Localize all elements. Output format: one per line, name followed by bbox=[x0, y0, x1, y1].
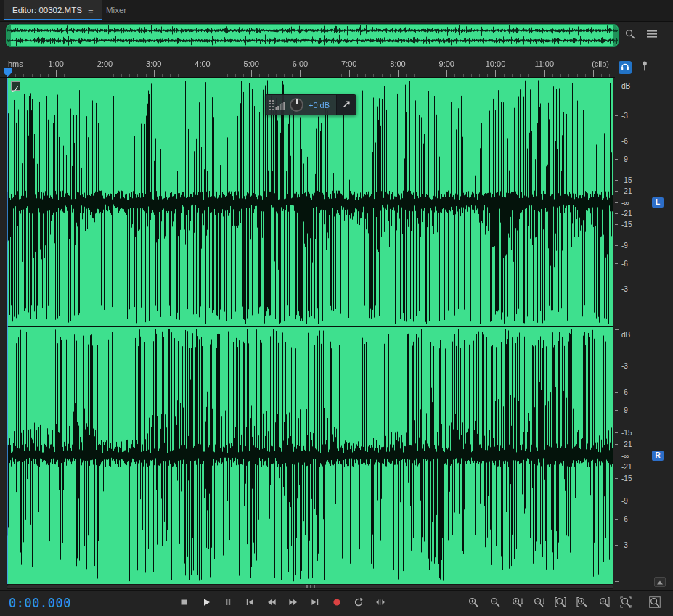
zoom-out-time-button[interactable] bbox=[485, 594, 505, 614]
timeline-ruler[interactable]: hms (clip) 1:002:003:004:005:006:007:008… bbox=[0, 57, 615, 78]
zoom-controls bbox=[463, 594, 665, 614]
db-tick-label: -3 bbox=[621, 285, 628, 293]
skip-selection-icon bbox=[375, 597, 386, 610]
ruler-time-label: 6:00 bbox=[293, 59, 308, 68]
zoom-panel-button[interactable] bbox=[645, 594, 665, 614]
zoom-out-time-icon bbox=[489, 596, 501, 611]
db-tick-label: -21 bbox=[621, 463, 632, 471]
tab-mixer-label: Mixer bbox=[106, 6, 126, 15]
loop-icon bbox=[354, 597, 364, 610]
ruler-unit-label: hms bbox=[8, 59, 23, 68]
db-tick-label: -9 bbox=[621, 242, 628, 250]
record-button[interactable] bbox=[327, 594, 347, 614]
db-tick-label: -6 bbox=[621, 515, 628, 523]
db-tick-label: -∞ bbox=[621, 451, 629, 459]
amplitude-ruler[interactable]: dB-3-3-6-6-9-9-15-15-21-21-∞LdB-3-3-6-6-… bbox=[615, 78, 673, 584]
go-to-start-button[interactable] bbox=[240, 594, 260, 614]
db-tick-label: -3 bbox=[621, 111, 628, 119]
stop-button[interactable] bbox=[174, 594, 195, 614]
fade-in-handle[interactable] bbox=[11, 81, 20, 91]
pin-button[interactable] bbox=[639, 62, 650, 74]
zoom-in-at-in-point-icon bbox=[576, 596, 588, 611]
zoom-panel-icon bbox=[649, 596, 661, 611]
ruler-time-label: 7:00 bbox=[341, 59, 356, 68]
overview-zoom-icon bbox=[624, 28, 636, 43]
zoom-out-full-icon bbox=[620, 596, 632, 611]
db-tick-label: -15 bbox=[621, 429, 632, 437]
headphone-icon bbox=[621, 61, 629, 74]
zoom-in-at-out-point-icon bbox=[598, 596, 610, 611]
ruler-time-label: 4:00 bbox=[195, 59, 210, 68]
arrow-up-icon bbox=[656, 575, 664, 588]
overview-range-handle-left[interactable] bbox=[7, 25, 11, 46]
overview-toolbar bbox=[623, 28, 659, 43]
overview-menu-button[interactable] bbox=[645, 28, 659, 43]
overview-waveform-canvas[interactable] bbox=[7, 25, 618, 46]
ruler-time-label: 3:00 bbox=[146, 59, 161, 68]
overview-zoom-button[interactable] bbox=[623, 28, 637, 43]
ruler-time-label: 9:00 bbox=[439, 59, 454, 68]
ruler-time-label: 1:00 bbox=[49, 59, 64, 68]
zoom-in-time-button[interactable] bbox=[463, 594, 484, 614]
play-icon bbox=[201, 597, 211, 610]
arrow-up-right-icon bbox=[342, 99, 351, 112]
ruler-time-label: 8:00 bbox=[390, 59, 405, 68]
db-unit-label: dB bbox=[621, 330, 630, 338]
zoom-to-selection-icon bbox=[555, 596, 566, 611]
panel-menu-icon[interactable]: ≡ bbox=[88, 6, 94, 15]
overview-waveform[interactable] bbox=[6, 24, 619, 47]
zoom-to-selection-button[interactable] bbox=[550, 594, 571, 614]
monitor-headphone-button[interactable] bbox=[619, 61, 632, 74]
vertical-scroll-up-button[interactable] bbox=[654, 577, 666, 587]
tab-editor[interactable]: Editor: 00302.MTS ≡ bbox=[4, 0, 102, 20]
waveform-canvas[interactable] bbox=[7, 78, 613, 584]
left-channel-badge[interactable]: L bbox=[652, 197, 664, 208]
gain-hud[interactable]: +0 dB bbox=[265, 94, 356, 115]
rewind-button[interactable] bbox=[261, 594, 282, 614]
db-tick-label: -15 bbox=[621, 176, 632, 184]
playhead-line[interactable] bbox=[7, 78, 8, 584]
gain-knob[interactable] bbox=[290, 98, 303, 112]
hud-grip-handle[interactable] bbox=[268, 99, 274, 111]
zoom-in-amplitude-button[interactable] bbox=[507, 594, 527, 614]
rewind-icon bbox=[266, 597, 277, 610]
panel-tab-bar: Editor: 00302.MTS ≡ Mixer bbox=[0, 0, 673, 22]
transport-controls bbox=[174, 594, 391, 614]
pause-button[interactable] bbox=[218, 594, 238, 614]
db-tick-label: -15 bbox=[621, 220, 632, 228]
status-bar: 0:00.000 bbox=[0, 590, 673, 616]
ruler-time-label: 11:00 bbox=[534, 59, 554, 68]
scrollbar-grip-icon bbox=[306, 585, 315, 588]
waveform-editor[interactable]: +0 dB bbox=[7, 78, 613, 584]
horizontal-scrollbar[interactable] bbox=[7, 584, 613, 589]
db-tick-label: -9 bbox=[621, 496, 628, 504]
zoom-out-amplitude-icon bbox=[533, 596, 544, 611]
db-tick-label: -15 bbox=[621, 474, 632, 482]
stop-icon bbox=[179, 597, 189, 610]
time-display[interactable]: 0:00.000 bbox=[9, 596, 71, 610]
go-to-end-button[interactable] bbox=[305, 594, 325, 614]
db-tick-label: -9 bbox=[621, 155, 628, 163]
fast-forward-icon bbox=[288, 597, 298, 610]
zoom-in-at-in-point-button[interactable] bbox=[572, 594, 592, 614]
skip-selection-button[interactable] bbox=[370, 594, 391, 614]
db-tick-label: -6 bbox=[621, 260, 628, 268]
ruler-time-label: 2:00 bbox=[97, 59, 113, 68]
ruler-time-label: 5:00 bbox=[244, 59, 259, 68]
clip-end-label: (clip) bbox=[592, 59, 609, 68]
db-tick-label: -21 bbox=[621, 440, 632, 448]
tab-editor-label: Editor: 00302.MTS bbox=[12, 6, 82, 15]
tab-mixer[interactable]: Mixer bbox=[97, 0, 135, 20]
fast-forward-button[interactable] bbox=[283, 594, 303, 614]
zoom-out-full-button[interactable] bbox=[616, 594, 636, 614]
right-channel-badge[interactable]: R bbox=[652, 451, 664, 461]
hud-expand-button[interactable] bbox=[337, 95, 356, 115]
go-to-end-icon bbox=[310, 597, 320, 610]
zoom-in-amplitude-icon bbox=[511, 596, 523, 611]
overview-range-handle-right[interactable] bbox=[613, 25, 618, 46]
loop-button[interactable] bbox=[348, 594, 369, 614]
overview-navigator[interactable] bbox=[6, 24, 619, 47]
zoom-in-at-out-point-button[interactable] bbox=[594, 594, 614, 614]
zoom-out-amplitude-button[interactable] bbox=[529, 594, 549, 614]
play-button[interactable] bbox=[196, 594, 216, 614]
